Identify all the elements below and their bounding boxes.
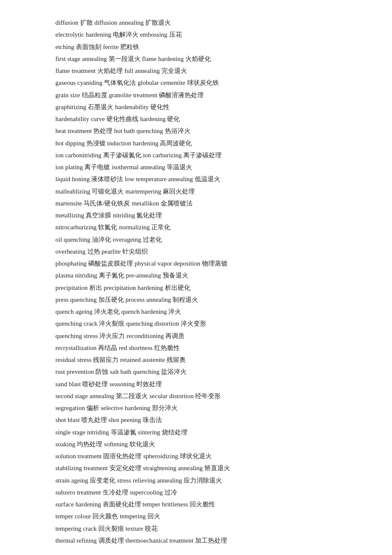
glossary-line: graphitizing 石墨退火 hardenability 硬化性 [55,101,341,113]
glossary-line: martensite 马氏体/硬化铁炭 metallikon 金属喷镀法 [55,198,341,209]
glossary-line: temper colour 回火颜色 tempering 回火 [55,511,341,522]
glossary-line: overheating 过热 pearlite 针尖组织 [55,246,341,257]
glossary-line: segregation 偏析 selective hardening 部分淬火 [55,402,341,413]
glossary-line: grain size 结晶粒度 granolite treatment 磷酸溶液… [55,90,341,101]
glossary-line: plasma nitriding 离子氮化 pre-annealing 预备退火 [55,270,341,281]
glossary-line: electrolytic hardening 电解淬火 embossing 压花 [55,29,341,40]
glossary-line: flame treatment 火焰处理 full annealing 完全退火 [55,65,341,76]
glossary-line: first stage annealing 第一段退火 flame harden… [55,53,341,64]
glossary-line: stabilizing treatment 安定化处理 straightenin… [55,462,341,474]
glossary-line: subzero treatment 生冷处理 supercooling 过冷 [55,487,341,498]
glossary-content: diffusion 扩散 diffusion annealing 扩散退火ele… [55,17,341,546]
glossary-line: quench ageing 淬火老化 quench hardening 淬火 [55,306,341,317]
glossary-line: recrystallization 再结晶 red shortness 红热脆性 [55,342,341,353]
glossary-line: gaseous cyaniding 气体氧化法 globular cementi… [55,77,341,88]
glossary-line: heat treatment 热处理 hot bath quenching 热浴… [55,125,341,136]
glossary-line: liquid honing 液体喷砂法 low temperature anne… [55,173,341,185]
glossary-line: rust prevention 防蚀 salt bath quenching 盐… [55,366,341,377]
glossary-line: sand blast 喷砂处理 seasoning 时效处理 [55,379,341,390]
glossary-line: precipitation 析出 precipitation hardening… [55,282,341,293]
glossary-line: hot dipping 热浸镀 induction hardening 高周波硬… [55,138,341,149]
glossary-line: second stage annealing 第二段退火 secular dis… [55,390,341,402]
glossary-line: ion carbonitriding 离子渗碳氮化 ion carburizin… [55,150,341,161]
glossary-line: tempering crack 回火裂痕 texture 咬花 [55,523,341,534]
glossary-line: oil quenching 油淬化 overageing 过老化 [55,234,341,245]
glossary-line: metallizing 真空涂膜 nitriding 氮化处理 [55,210,341,221]
glossary-line: solution treatment 固溶化热处理 spheroidizing … [55,451,341,462]
glossary-line: quenching crack 淬火裂痕 quenching distortio… [55,318,341,329]
glossary-line: nitrocarburizing 软氮化 normalizing 正常化 [55,222,341,233]
glossary-line: phosphating 磷酸盐皮膜处理 physical vapor depos… [55,258,341,269]
glossary-line: surface hardening 表面硬化处理 temper brittlen… [55,499,341,510]
glossary-line: quenching stress 淬火应力 reconditioning 再调质 [55,330,341,341]
glossary-line: strain ageing 应变老化 stress relieving anne… [55,475,341,486]
glossary-line: residual stress 残留应力 retained austenite … [55,354,341,365]
glossary-line: ion plating 离子电镀 isothermal annealing 等温… [55,162,341,173]
glossary-line: single stage nitriding 等温渗氮 sintering 烧结… [55,427,341,438]
glossary-line: soaking 均热处理 softening 软化退火 [55,439,341,450]
glossary-line: hardenability curve 硬化性曲线 hardening 硬化 [55,113,341,124]
glossary-line: etching 表面蚀刻 ferrite 肥粒铁 [55,41,341,52]
glossary-line: press quenching 加压硬化 process annealing 制… [55,294,341,305]
glossary-line: thermal refining 调质处理 thermoechanical tr… [55,535,341,546]
glossary-line: malleablizing 可锻化退火 martempering 麻回火处理 [55,186,341,197]
glossary-line: shot blast 喷丸处理 shot peening 珠击法 [55,414,341,425]
glossary-line: diffusion 扩散 diffusion annealing 扩散退火 [55,17,341,28]
